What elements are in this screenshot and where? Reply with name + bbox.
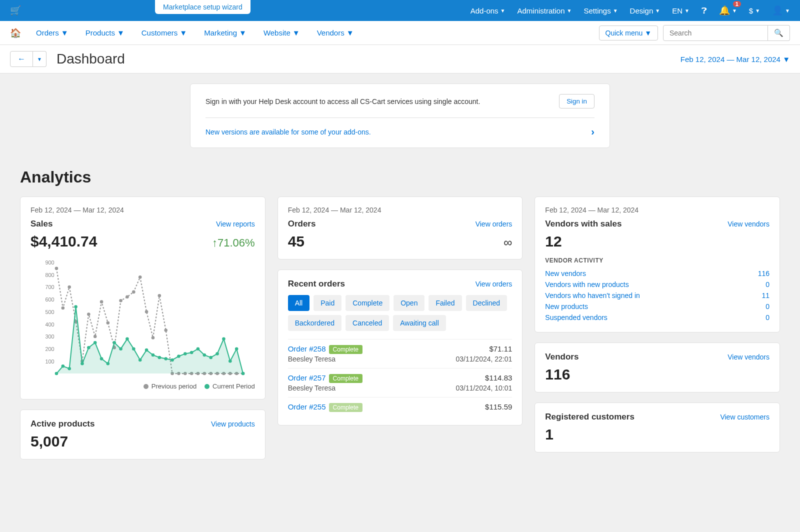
view-customers-link[interactable]: View customers [720,413,770,421]
filter-pill-awaiting-call[interactable]: Awaiting call [393,315,446,331]
topbar-design[interactable]: Design ▼ [630,6,660,15]
order-item: Order #255Complete $115.59 [288,397,512,416]
svg-point-10 [62,306,65,310]
wizard-button[interactable]: Marketplace setup wizard [155,0,250,14]
nav-website[interactable]: Website ▼ [264,28,300,37]
topbar-addons-label: Add-ons [470,6,498,15]
svg-point-69 [242,372,245,376]
back-dropdown[interactable]: ▼ [33,51,46,67]
signin-helpdesk-text: Sign in with your Help Desk account to a… [206,98,480,106]
page-title: Dashboard [56,51,125,67]
cart-icon[interactable]: 🛒 [10,5,25,16]
caret-down-icon: ▼ [346,28,354,37]
recent-orders-card: Recent orders View orders AllPaidComplet… [278,270,523,426]
search-button[interactable]: 🔍 [768,25,790,41]
nav-customers-label: Customers [142,28,178,37]
active-products-title: Active products [30,419,94,429]
active-products-card: Active products View products 5,007 [20,410,266,460]
filter-pill-failed[interactable]: Failed [428,295,462,311]
activity-row: Vendors who haven't signed in11 [545,290,770,301]
svg-point-40 [55,372,58,376]
filter-pill-declined[interactable]: Declined [466,295,507,311]
nav-website-label: Website [264,28,290,37]
legend-dot-icon [144,384,148,389]
vendors-sales-title: Vendors with sales [545,219,622,229]
activity-link[interactable]: New vendors [545,270,586,278]
legend-curr-label: Current Period [212,382,255,390]
nav-orders[interactable]: Orders ▼ [36,28,68,37]
order-item: Order #258Complete $71.11 Beesley Teresa… [288,339,512,368]
vendors-card: Vendors View vendors 116 [534,342,780,392]
order-link[interactable]: Order #258 [288,344,326,353]
order-customer: Beesley Teresa [288,355,336,363]
view-reports-link[interactable]: View reports [216,220,255,228]
filter-pill-all[interactable]: All [288,295,310,311]
activity-link[interactable]: Vendors with new products [545,280,628,288]
activity-link[interactable]: Vendors who haven't signed in [545,292,640,300]
view-products-link[interactable]: View products [211,420,255,428]
topbar-addons[interactable]: Add-ons ▼ [470,6,506,15]
order-link[interactable]: Order #255 [288,402,326,411]
nav-vendors[interactable]: Vendors ▼ [317,28,354,37]
topbar-admin[interactable]: Administration ▼ [518,6,572,15]
topbar-currency[interactable]: $ ▼ [749,6,760,15]
caret-down-icon: ▼ [180,28,187,37]
home-icon[interactable]: 🏠 [10,28,21,38]
filter-pill-canceled[interactable]: Canceled [346,315,389,331]
svg-point-9 [55,267,58,270]
active-products-value: 5,007 [30,433,68,450]
svg-text:600: 600 [45,296,54,302]
user-icon: 👤 [772,5,783,16]
addons-update-link[interactable]: New versions are available for some of y… [206,128,371,136]
svg-text:800: 800 [45,272,54,278]
filter-pill-paid[interactable]: Paid [314,295,342,311]
filter-pill-open[interactable]: Open [394,295,424,311]
activity-count: 116 [758,270,770,278]
signin-button[interactable]: Sign in [559,94,594,108]
user-menu[interactable]: 👤 ▼ [772,5,790,16]
help-icon[interactable]: ❓︎ [702,6,707,16]
order-amount: $115.59 [485,402,512,411]
analytics-heading: Analytics [20,168,790,186]
chevron-right-icon[interactable]: › [591,126,594,138]
nav-customers[interactable]: Customers ▼ [142,28,187,37]
svg-text:100: 100 [45,358,54,364]
topbar-lang-label: EN [672,6,682,15]
activity-link[interactable]: New products [545,302,588,310]
nav-marketing[interactable]: Marketing ▼ [204,28,246,37]
sales-card: Feb 12, 2024 — Mar 12, 2024 Sales View r… [20,196,266,400]
view-orders-link[interactable]: View orders [476,280,512,288]
notifications-button[interactable]: 🔔 1 ▼ [719,5,737,16]
customers-card: Registered customers View customers 1 [534,402,780,452]
vendor-activity-title: VENDOR ACTIVITY [545,257,770,264]
topbar-lang[interactable]: EN ▼ [672,6,690,15]
view-orders-link[interactable]: View orders [476,220,512,228]
order-link[interactable]: Order #257 [288,374,326,382]
activity-row: New products0 [545,301,770,312]
svg-point-42 [68,367,71,370]
activity-link[interactable]: Suspended vendors [545,314,608,322]
view-vendors-link[interactable]: View vendors [728,353,770,361]
bell-icon: 🔔 [719,5,730,16]
svg-point-22 [138,276,142,279]
svg-point-55 [152,354,155,357]
search-icon: 🔍 [774,28,784,37]
nav-products[interactable]: Products ▼ [86,28,124,37]
svg-point-26 [164,328,168,332]
topbar-admin-label: Administration [518,6,565,15]
svg-text:700: 700 [45,284,54,290]
quick-menu-button[interactable]: Quick menu ▼ [599,26,658,40]
caret-down-icon: ▼ [755,8,760,14]
search-input[interactable] [663,25,768,41]
topbar-settings[interactable]: Settings ▼ [584,6,618,15]
order-item: Order #257Complete $114.83 Beesley Teres… [288,368,512,397]
view-vendors-link[interactable]: View vendors [728,220,770,228]
filter-pill-backordered[interactable]: Backordered [288,315,342,331]
svg-point-21 [132,290,136,294]
nav-products-label: Products [86,28,115,37]
date-range-picker[interactable]: Feb 12, 2024 — Mar 12, 2024 ▼ [680,55,790,64]
svg-text:900: 900 [45,260,54,266]
back-button[interactable]: ← [10,51,33,67]
svg-point-20 [126,296,129,299]
filter-pill-complete[interactable]: Complete [346,295,390,311]
